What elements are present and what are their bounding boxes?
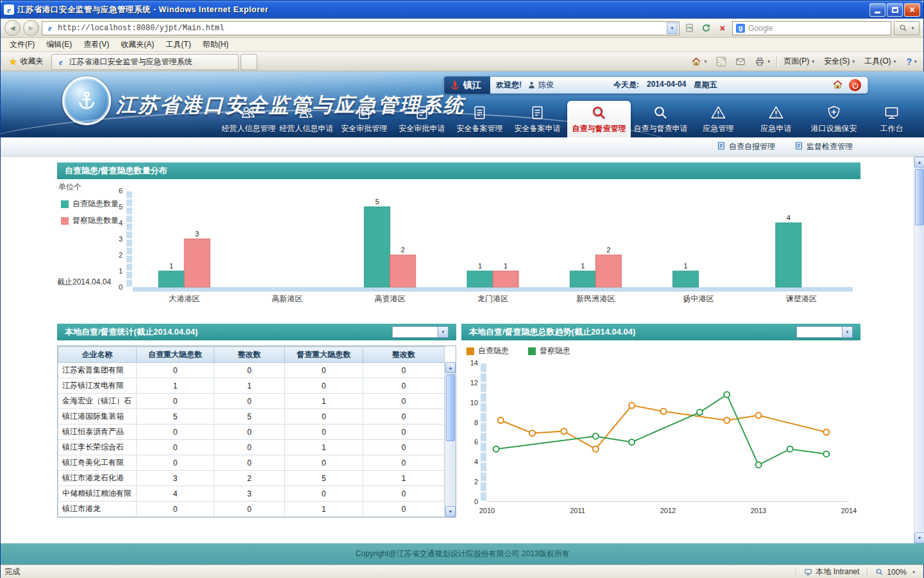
address-toolbar: ◀ ▶ e http://localhost:8080/yjpt/Main.ht… <box>1 19 923 38</box>
home-button[interactable]: ▼ <box>688 54 710 69</box>
nav-item-经营人信息管理[interactable]: 经营人信息管理 <box>221 105 277 137</box>
address-url[interactable]: http://localhost:8080/yjpt/Main.html <box>58 24 663 33</box>
magnifier-icon <box>653 114 669 123</box>
legend-item: 督察隐患 <box>528 346 570 356</box>
search-button[interactable]: ▼ <box>894 21 920 35</box>
back-button[interactable]: ◀ <box>4 20 21 36</box>
print-button[interactable]: ▼ <box>751 54 774 69</box>
logout-button[interactable] <box>849 79 861 91</box>
table-row[interactable]: 镇江李长荣综合石0010 <box>58 440 445 455</box>
print-icon <box>755 57 765 67</box>
svg-text:2: 2 <box>119 251 123 259</box>
help-button[interactable]: ?▼ <box>903 54 921 69</box>
menu-item[interactable]: 收藏夹(A) <box>116 38 159 51</box>
minimize-button[interactable] <box>869 3 886 17</box>
table-header-row: 企业名称自查重大隐患数整改数督查重大隐患数整改数 <box>58 347 445 363</box>
nav-item-自查与督查管理[interactable]: 自查与督查管理 <box>567 101 631 137</box>
svg-text:谏壁港区: 谏壁港区 <box>786 294 817 303</box>
table-row[interactable]: 镇江市港龙石化港3251 <box>58 471 445 486</box>
home-shortcut-button[interactable] <box>832 79 843 92</box>
address-dropdown-icon[interactable]: ▼ <box>667 22 678 34</box>
nav-item-应急管理[interactable]: 应急管理 <box>690 105 746 137</box>
svg-text:8: 8 <box>474 419 478 426</box>
zoom-icon <box>875 568 884 576</box>
nav-item-港口设施保安[interactable]: 港口设施保安 <box>806 105 862 137</box>
table-scrollbar[interactable]: ▲ ▼ <box>445 362 456 517</box>
tab-ie-icon: e <box>56 58 65 67</box>
table-row[interactable]: 镇江市港龙0010 <box>58 502 445 517</box>
nav-item-安全备案管理[interactable]: 安全备案管理 <box>452 105 508 137</box>
scroll-thumb[interactable] <box>915 169 924 225</box>
nav-item-工作台[interactable]: 工作台 <box>864 105 920 137</box>
people-icon <box>298 114 314 123</box>
nav-item-经营人信息申请[interactable]: 经营人信息申请 <box>278 105 334 137</box>
star-icon: ★ <box>9 57 17 67</box>
table-row[interactable]: 金海宏业（镇江）石0010 <box>58 394 445 409</box>
table-row[interactable]: 中储粮镇江粮油有限4300 <box>58 486 445 502</box>
scroll-down-icon[interactable]: ▼ <box>914 532 924 543</box>
nav-item-安全备案申请[interactable]: 安全备案申请 <box>509 105 565 137</box>
nav-item-安全审批申请[interactable]: 安全审批申请 <box>394 105 450 137</box>
window-title: 江苏省港口安全监管与应急管理系统 - Windows Internet Expl… <box>17 4 866 15</box>
scroll-down-icon[interactable]: ▼ <box>445 506 456 517</box>
toolbar-button[interactable]: 安全(S)▼ <box>820 54 859 69</box>
tab-title: 江苏省港口安全监管与应急管理系统 <box>69 57 193 67</box>
page-scrollbar[interactable]: ▲ ▼ <box>914 157 924 543</box>
table-row[interactable]: 江苏镇江发电有限1100 <box>58 378 445 394</box>
stats-filter-select[interactable]: ▼ <box>392 326 449 338</box>
menu-item[interactable]: 编辑(E) <box>41 38 77 51</box>
trend-filter-select[interactable]: ▼ <box>796 326 853 338</box>
stats-panel-title: 本地自查/督查统计(截止2014.04.04) <box>65 326 198 338</box>
svg-text:4: 4 <box>119 219 123 227</box>
favorites-button[interactable]: ★ 收藏夹 <box>3 54 49 69</box>
menu-item[interactable]: 工具(T) <box>160 38 196 51</box>
nav-item-自查与督查申请[interactable]: 自查与督查申请 <box>633 105 689 137</box>
table-row[interactable]: 镇江港国际集装箱5500 <box>58 409 445 425</box>
tab-stub[interactable] <box>241 54 257 70</box>
table-row[interactable]: 镇江恒泰沥青产品0000 <box>58 425 445 440</box>
svg-text:2013: 2013 <box>751 507 766 514</box>
anchor-icon <box>450 80 460 91</box>
forward-button[interactable]: ▶ <box>23 20 39 36</box>
legend-item: 自查隐患数量 <box>61 198 119 209</box>
close-button[interactable]: × <box>904 3 920 17</box>
menu-item[interactable]: 帮助(H) <box>198 38 234 51</box>
browser-tab[interactable]: e 江苏省港口安全监管与应急管理系统 <box>51 54 239 70</box>
search-box[interactable]: g Google <box>732 21 891 35</box>
feeds-button[interactable] <box>713 54 730 69</box>
svg-text:0: 0 <box>474 498 478 505</box>
page-icon <box>717 141 726 152</box>
doc-icon <box>529 114 545 123</box>
toolbar-button[interactable]: 工具(O)▼ <box>860 54 900 69</box>
nav-item-应急申请[interactable]: 应急申请 <box>748 105 804 137</box>
stop-icon[interactable]: × <box>715 21 730 35</box>
scroll-up-icon[interactable]: ▲ <box>445 362 456 373</box>
site-logo <box>62 76 111 125</box>
svg-text:2: 2 <box>401 246 405 254</box>
nav-item-安全审批管理[interactable]: 安全审批管理 <box>336 105 392 137</box>
subnav-item-监督检查管理[interactable]: 监督检查管理 <box>794 141 853 152</box>
mail-button[interactable] <box>732 54 749 69</box>
maximize-button[interactable] <box>887 3 903 17</box>
browser-window: e 江苏省港口安全监管与应急管理系统 - Windows Internet Ex… <box>0 0 924 578</box>
zoom-control[interactable]: 100% ▼ <box>871 568 920 577</box>
trend-chart-legend: 自查隐患督察隐患 <box>466 346 860 356</box>
table-row[interactable]: 江苏索普集团有限0000 <box>58 363 445 378</box>
main-nav: 经营人信息管理经营人信息申请安全审批管理安全审批申请安全备案管理安全备案申请自查… <box>221 101 920 137</box>
subnav-item-自查自报管理[interactable]: 自查自报管理 <box>717 141 775 152</box>
menu-item[interactable]: 查看(V) <box>78 38 114 51</box>
scroll-thumb[interactable] <box>446 374 455 441</box>
menu-bar: 文件(F)编辑(E)查看(V)收藏夹(A)工具(T)帮助(H) <box>1 38 923 52</box>
column-header: 整改数 <box>214 347 285 363</box>
search-icon <box>899 24 907 32</box>
compatibility-view-icon[interactable] <box>682 21 696 35</box>
svg-text:2: 2 <box>474 478 478 486</box>
address-bar[interactable]: e http://localhost:8080/yjpt/Main.html ▼ <box>42 21 680 35</box>
column-header: 整改数 <box>363 347 445 363</box>
scroll-up-icon[interactable]: ▲ <box>914 157 924 168</box>
refresh-icon[interactable] <box>699 21 713 35</box>
svg-text:新民洲港区: 新民洲港区 <box>576 294 615 303</box>
table-row[interactable]: 镇江奇美化工有限0000 <box>58 455 445 471</box>
toolbar-button[interactable]: 页面(P)▼ <box>780 54 819 69</box>
menu-item[interactable]: 文件(F) <box>4 38 40 51</box>
